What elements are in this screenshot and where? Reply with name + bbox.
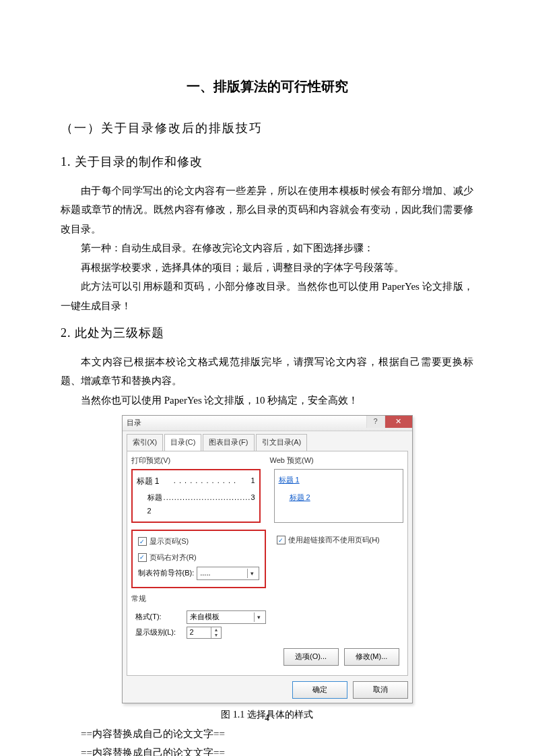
dot-leader: . . . . . . . . . . . . [174,474,236,489]
tab-leader-row: 制表符前导符(B): ..... ▾ [138,567,259,580]
preview-heading-1: 标题 1 [137,474,160,489]
tab-index[interactable]: 索引(X) [127,434,164,451]
checkbox-hyperlink[interactable]: ✓ 使用超链接而不使用页码(H) [277,534,398,547]
levels-spinner[interactable]: 2 ▴▾ [187,627,222,639]
paragraph: 由于每个同学写出的论文内容有一些差异，所以在使用本模板时候会有部分增加、减少标题… [61,181,473,239]
placeholder-line: ==内容替换成自己的论文文字== [61,743,473,756]
modify-button[interactable]: 修改(M)... [344,648,399,666]
heading-level-2: （一）关于目录修改后的排版技巧 [61,117,473,139]
close-icon[interactable]: ✕ [385,416,412,428]
paragraph: 本文内容已根据本校论文格式规范排版完毕，请撰写论文内容，根据自己需要更换标题、增… [61,352,473,391]
tab-citations[interactable]: 引文目录(A) [256,434,308,451]
checkbox-label: 使用超链接而不使用页码(H) [288,534,380,547]
tab-toc[interactable]: 目录(C) [164,434,201,451]
format-combo[interactable]: 来自模板 ▾ [187,610,266,624]
checkbox-label: 页码右对齐(R) [149,551,197,565]
cancel-button[interactable]: 取消 [353,681,408,699]
dialog-titlebar: 目录 ? ✕ [123,416,412,431]
heading-level-1: 一、排版算法的可行性研究 [61,74,473,98]
chevron-down-icon: ▾ [247,569,257,578]
paragraph: 当然你也可以使用 PaperYes 论文排版，10 秒搞定，安全高效！ [61,391,473,410]
general-block: 格式(T): 来自模板 ▾ 显示级别(L): 2 ▴▾ [131,607,403,644]
page-number: 4 [0,710,534,726]
paragraph: 此方法可以引用标题和页码，小部分修改目录。当然你也可以使用 PaperYes 论… [61,277,473,315]
dialog-title: 目录 [127,416,141,430]
checkbox-show-pagenum[interactable]: ✓ 显示页码(S) [138,535,259,548]
combo-value: 来自模板 [190,610,220,624]
spinner-value: 2 [187,626,211,639]
checkbox-icon: ✓ [277,536,286,544]
checkbox-icon: ✓ [138,553,147,562]
ok-button[interactable]: 确定 [292,681,347,699]
heading-level-3-second: 2. 此处为三级标题 [61,322,473,344]
help-icon[interactable]: ? [366,416,385,428]
format-label: 格式(T): [135,610,182,624]
print-preview-label: 打印预览(V) [131,454,265,468]
checkbox-icon: ✓ [138,537,147,546]
tab-figures[interactable]: 图表目录(F) [203,434,254,451]
general-section-label: 常规 [131,592,403,606]
page-ref-2: 3 [251,491,255,518]
dialog-body: 打印预览(V) 标题 1 . . . . . . . . . . . . 1 标… [127,451,408,676]
chevron-down-icon: ▾ [254,612,264,622]
options-button[interactable]: 选项(O)... [283,648,339,666]
document-page: 一、排版算法的可行性研究 （一）关于目录修改后的排版技巧 1. 关于目录的制作和… [0,0,534,756]
placeholder-line: ==内容替换成自己的论文文字== [61,724,473,744]
levels-label: 显示级别(L): [135,626,182,639]
checkbox-right-align[interactable]: ✓ 页码右对齐(R) [138,551,259,565]
tab-leader-label: 制表符前导符(B): [138,567,195,580]
web-preview-box: 标题 1 标题 2 [274,469,403,523]
paragraph: 再根据学校要求，选择具体的项目；最后，调整目录的字体字号段落等。 [61,258,473,278]
toc-dialog: 目录 ? ✕ 索引(X) 目录(C) 图表目录(F) 引文目录(A) 打印预览(… [122,415,413,703]
web-link-2[interactable]: 标题 2 [290,493,310,501]
heading-level-3-first: 1. 关于目录的制作和修改 [61,151,473,172]
dialog-footer-buttons: 确定 取消 [123,677,412,703]
web-preview-label: Web 预览(W) [270,454,403,468]
web-link-1[interactable]: 标题 1 [279,476,300,484]
dialog-tabs: 索引(X) 目录(C) 图表目录(F) 引文目录(A) [123,431,412,451]
preview-heading-2: 标题 2 [147,491,164,518]
combo-value: ..... [200,567,210,580]
paragraph: 第一种：自动生成目录。在修改完论文内容后，如下图选择步骤： [61,239,473,258]
checkbox-label: 显示页码(S) [149,535,189,548]
tab-leader-combo[interactable]: ..... ▾ [197,567,259,580]
chevron-down-icon: ▾ [211,633,221,638]
dot-leader: ................................ [164,491,251,518]
print-preview-box: 标题 1 . . . . . . . . . . . . 1 标题 2 ....… [131,469,261,523]
page-ref-1: 1 [251,474,255,489]
